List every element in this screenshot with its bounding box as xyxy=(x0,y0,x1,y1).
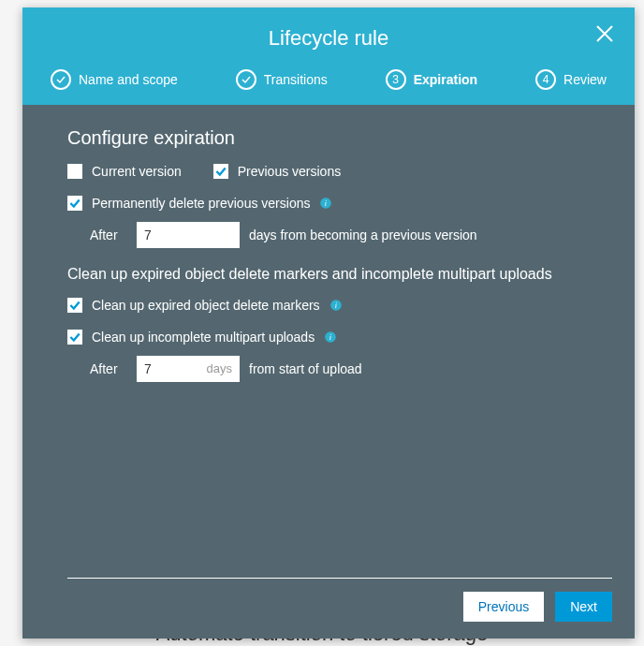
permanently-delete-label: Permanently delete previous versions xyxy=(92,196,310,211)
previous-button[interactable]: Previous xyxy=(463,592,544,622)
close-button[interactable] xyxy=(593,22,616,45)
current-version-checkbox[interactable] xyxy=(67,164,82,179)
current-version-label: Current version xyxy=(92,164,182,179)
cleanup-markers-label: Clean up expired object delete markers xyxy=(92,298,320,313)
next-button[interactable]: Next xyxy=(555,592,612,622)
perm-delete-suffix: days from becoming a previous version xyxy=(249,228,477,242)
step-label: Name and scope xyxy=(79,72,178,87)
footer-divider xyxy=(67,578,612,579)
info-icon[interactable]: i xyxy=(319,197,332,210)
step-label: Transitions xyxy=(264,72,328,87)
step-number-icon: 3 xyxy=(386,69,406,90)
step-transitions[interactable]: Transitions xyxy=(236,69,328,90)
multipart-suffix: from start of upload xyxy=(249,361,362,376)
after-label: After xyxy=(90,361,127,376)
previous-versions-label: Previous versions xyxy=(238,164,342,179)
step-label: Expiration xyxy=(414,72,477,87)
wizard-stepper: Name and scope Transitions 3 Expiration … xyxy=(41,69,616,105)
info-icon[interactable]: i xyxy=(324,330,337,344)
cleanup-heading: Clean up expired object delete markers a… xyxy=(67,265,590,285)
cleanup-multipart-label: Clean up incomplete multipart uploads xyxy=(92,330,315,345)
permanently-delete-checkbox[interactable] xyxy=(67,196,82,211)
cleanup-multipart-checkbox[interactable] xyxy=(67,330,82,345)
multipart-days-field: days xyxy=(137,356,240,382)
modal-title: Lifecycle rule xyxy=(41,26,616,51)
perm-delete-days-input[interactable] xyxy=(137,222,240,248)
step-review[interactable]: 4 Review xyxy=(535,69,607,90)
step-label: Review xyxy=(564,72,607,87)
modal-footer: Previous Next xyxy=(22,565,635,639)
step-expiration[interactable]: 3 Expiration xyxy=(386,69,477,90)
step-number-icon: 4 xyxy=(535,69,556,90)
after-label: After xyxy=(90,228,127,242)
close-icon xyxy=(593,32,616,48)
cleanup-markers-checkbox[interactable] xyxy=(67,298,82,313)
modal-body: Configure expiration Current version Pre… xyxy=(22,105,635,565)
multipart-days-input[interactable] xyxy=(137,361,193,376)
info-icon[interactable]: i xyxy=(329,299,343,312)
checkmark-icon xyxy=(236,69,256,90)
section-title: Configure expiration xyxy=(67,127,590,149)
modal-header: Lifecycle rule Name and scope Transition… xyxy=(22,7,635,105)
multipart-days-unit: days xyxy=(207,361,240,375)
previous-versions-checkbox[interactable] xyxy=(213,164,228,179)
checkmark-icon xyxy=(51,69,71,90)
lifecycle-rule-modal: Lifecycle rule Name and scope Transition… xyxy=(22,7,635,639)
step-name-and-scope[interactable]: Name and scope xyxy=(51,69,178,90)
